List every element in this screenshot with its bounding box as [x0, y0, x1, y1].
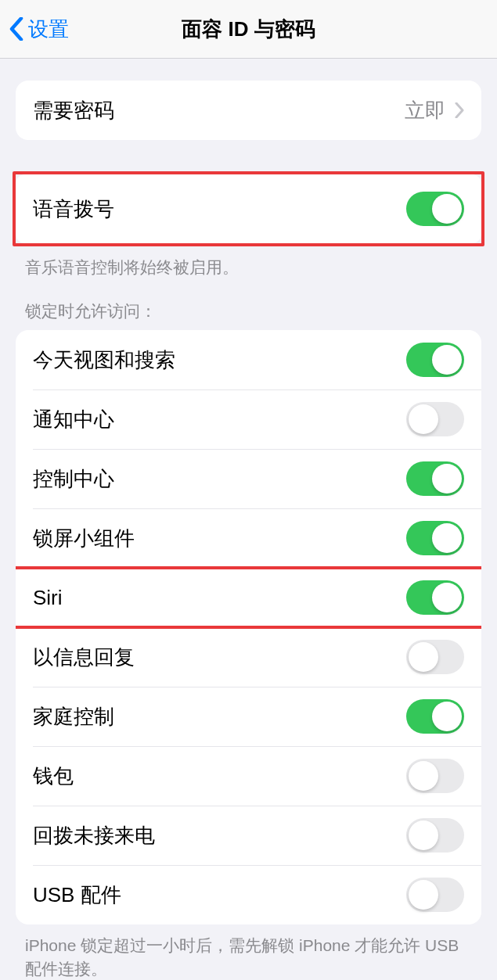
allow-access-row: USB 配件	[16, 865, 481, 924]
chevron-left-icon	[9, 17, 23, 41]
allow-access-label: USB 配件	[33, 881, 121, 909]
allow-access-row: 以信息回复	[16, 627, 481, 687]
require-passcode-card: 需要密码 立即	[16, 81, 481, 140]
chevron-right-icon	[455, 102, 464, 118]
require-passcode-label: 需要密码	[33, 97, 114, 124]
allow-access-toggle[interactable]	[406, 878, 464, 912]
require-passcode-value-wrap: 立即	[405, 97, 464, 124]
allow-access-toggle[interactable]	[406, 461, 464, 496]
allow-access-label: 通知中心	[33, 406, 114, 433]
require-passcode-row[interactable]: 需要密码 立即	[16, 81, 481, 140]
allow-access-label: 家庭控制	[33, 703, 114, 731]
voice-dial-toggle[interactable]	[406, 192, 464, 226]
page-title: 面容 ID 与密码	[182, 16, 315, 43]
allow-access-header: 锁定时允许访问：	[0, 300, 497, 330]
voice-dial-highlight: 语音拨号	[13, 171, 484, 246]
allow-access-row: 控制中心	[16, 449, 481, 508]
allow-access-toggle[interactable]	[406, 580, 464, 615]
allow-access-label: 今天视图和搜索	[33, 346, 175, 374]
allow-access-row: 通知中心	[16, 389, 481, 449]
allow-access-toggle[interactable]	[406, 759, 464, 793]
voice-dial-label: 语音拨号	[33, 196, 114, 223]
allow-access-row: 今天视图和搜索	[16, 330, 481, 389]
allow-access-row: Siri	[16, 568, 481, 627]
allow-access-label: 以信息回复	[33, 644, 135, 671]
require-passcode-value: 立即	[405, 97, 445, 124]
allow-access-row: 家庭控制	[16, 687, 481, 746]
voice-dial-footer: 音乐语音控制将始终被启用。	[0, 246, 497, 278]
allow-access-toggle[interactable]	[406, 640, 464, 674]
allow-access-footer: iPhone 锁定超过一小时后，需先解锁 iPhone 才能允许 USB 配件连…	[0, 924, 497, 980]
allow-access-row: 回拨未接来电	[16, 806, 481, 865]
nav-header: 设置 面容 ID 与密码	[0, 0, 497, 59]
allow-access-label: 钱包	[33, 763, 74, 790]
allow-access-toggle[interactable]	[406, 699, 464, 734]
allow-access-label: 锁屏小组件	[33, 525, 135, 552]
allow-access-row: 锁屏小组件	[16, 508, 481, 568]
allow-access-label: 控制中心	[33, 465, 114, 493]
allow-access-toggle[interactable]	[406, 343, 464, 377]
voice-dial-row: 语音拨号	[16, 174, 481, 243]
allow-access-label: Siri	[33, 586, 63, 610]
allow-access-toggle[interactable]	[406, 818, 464, 853]
voice-dial-card: 语音拨号	[16, 174, 481, 243]
allow-access-toggle[interactable]	[406, 402, 464, 436]
back-button[interactable]: 设置	[0, 16, 69, 43]
allow-access-label: 回拨未接来电	[33, 822, 155, 849]
allow-access-toggle[interactable]	[406, 521, 464, 555]
back-label: 设置	[28, 16, 69, 43]
allow-access-row: 钱包	[16, 746, 481, 806]
allow-access-card: 今天视图和搜索通知中心控制中心锁屏小组件Siri以信息回复家庭控制钱包回拨未接来…	[16, 330, 481, 924]
